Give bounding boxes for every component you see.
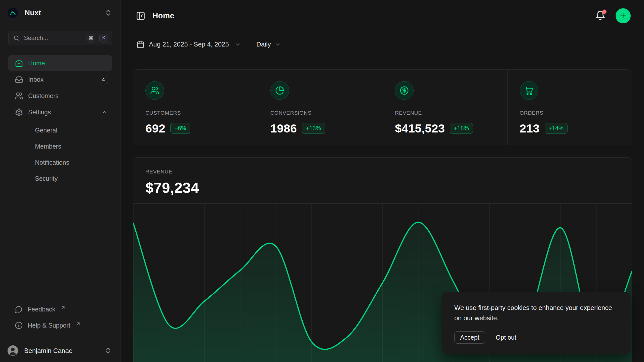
- stat-orders[interactable]: ORDERS 213 +14%: [507, 70, 632, 145]
- brand-name: Nuxt: [25, 9, 41, 17]
- stat-delta-badge: +6%: [170, 123, 190, 134]
- kbd-k: K: [99, 34, 108, 42]
- revenue-chart-total: $79,234: [145, 179, 620, 196]
- sidebar-collapse-icon[interactable]: [136, 11, 145, 21]
- cookie-message: We use first-party cookies to enhance yo…: [454, 303, 618, 323]
- accept-button[interactable]: Accept: [454, 331, 485, 344]
- granularity-label: Daily: [256, 40, 271, 48]
- date-range-label: Aug 21, 2025 - Sep 4, 2025: [149, 40, 229, 48]
- sidebar: Nuxt Search... ⌘ K Home: [0, 0, 121, 362]
- users-icon: [145, 81, 164, 100]
- stat-label: ORDERS: [520, 110, 622, 116]
- stat-label: REVENUE: [395, 110, 497, 116]
- shopping-cart-icon: [520, 81, 538, 100]
- sidebar-item-label: Customers: [28, 92, 108, 100]
- help-support-link[interactable]: Help & Support: [8, 318, 112, 333]
- team-switcher[interactable]: Nuxt: [0, 0, 120, 20]
- external-link-icon: [76, 321, 81, 326]
- sidebar-item-notifications[interactable]: Notifications: [17, 154, 103, 170]
- sidebar-item-settings[interactable]: Settings: [8, 104, 112, 120]
- revenue-chart-label: REVENUE: [145, 169, 620, 175]
- kbd-cmd: ⌘: [87, 34, 95, 42]
- chevron-up-icon: [101, 109, 108, 115]
- notifications-button[interactable]: [595, 10, 606, 22]
- stat-conversions[interactable]: CONVERSIONS 1986 +13%: [258, 70, 383, 145]
- sidebar-item-home[interactable]: Home: [8, 55, 112, 71]
- search-placeholder: Search...: [24, 34, 83, 41]
- stat-value: 1986: [270, 121, 297, 135]
- revenue-chart-header: REVENUE $79,234: [133, 158, 632, 196]
- stat-label: CONVERSIONS: [270, 110, 373, 116]
- sidebar-item-label: Home: [28, 60, 108, 67]
- stat-value: $415,523: [395, 121, 445, 135]
- search-icon: [13, 35, 20, 41]
- stat-delta-badge: +13%: [302, 123, 325, 134]
- gear-icon: [15, 108, 23, 116]
- sidebar-item-inbox[interactable]: Inbox 4: [8, 72, 112, 87]
- stat-value: 692: [145, 121, 165, 135]
- main-area: Home Aug 21, 2025 - Sep 4, 2025 Daily: [121, 0, 644, 362]
- avatar: [8, 345, 18, 356]
- filter-bar: Aug 21, 2025 - Sep 4, 2025 Daily: [121, 32, 644, 57]
- chevrons-up-down-icon: [104, 9, 112, 17]
- stat-customers[interactable]: CUSTOMERS 692 +6%: [133, 70, 258, 145]
- stats-row: CUSTOMERS 692 +6% CONVERSIONS 1986 +13%: [133, 69, 632, 145]
- plus-icon: [619, 12, 627, 20]
- stat-label: CUSTOMERS: [145, 110, 248, 116]
- page-header: Home: [121, 0, 644, 32]
- sidebar-item-members[interactable]: Members: [17, 138, 103, 154]
- user-name: Benjamin Canac: [24, 347, 98, 355]
- external-link-icon: [61, 305, 66, 310]
- cookie-banner: We use first-party cookies to enhance yo…: [442, 292, 630, 354]
- sidebar-item-general[interactable]: General: [17, 122, 103, 138]
- feedback-label: Feedback: [28, 306, 55, 313]
- circle-dollar-icon: [395, 81, 414, 100]
- info-circle-icon: [15, 322, 23, 329]
- date-range-picker[interactable]: Aug 21, 2025 - Sep 4, 2025: [137, 40, 241, 48]
- settings-subnav: General Members Notifications Security: [17, 122, 103, 187]
- stat-delta-badge: +18%: [450, 123, 473, 134]
- stat-delta-badge: +14%: [545, 123, 568, 134]
- notification-dot: [602, 10, 607, 14]
- opt-out-button[interactable]: Opt out: [496, 334, 516, 341]
- message-bubble-icon: [15, 305, 23, 313]
- nuxt-logo-icon: [8, 8, 18, 18]
- inbox-icon: [15, 75, 23, 84]
- chevron-down-icon: [274, 41, 281, 48]
- inbox-count-badge: 4: [99, 75, 108, 84]
- sidebar-item-label: Settings: [28, 109, 96, 116]
- users-icon: [15, 92, 23, 100]
- granularity-select[interactable]: Daily: [256, 40, 281, 48]
- user-menu[interactable]: Benjamin Canac: [0, 339, 120, 362]
- sidebar-item-security[interactable]: Security: [17, 170, 103, 187]
- help-support-label: Help & Support: [28, 322, 70, 329]
- pie-chart-icon: [270, 81, 289, 100]
- sidebar-item-label: Inbox: [28, 76, 94, 83]
- sidebar-nav: Home Inbox 4 Customers Settings: [8, 55, 112, 187]
- calendar-icon: [137, 40, 144, 48]
- sidebar-item-customers[interactable]: Customers: [8, 88, 112, 104]
- chevrons-up-down-icon: [104, 347, 112, 354]
- add-button[interactable]: [616, 8, 631, 23]
- stat-revenue[interactable]: REVENUE $415,523 +18%: [383, 70, 507, 145]
- search-input[interactable]: Search... ⌘ K: [8, 31, 112, 45]
- feedback-link[interactable]: Feedback: [8, 302, 112, 316]
- sidebar-footer: Feedback Help & Support: [8, 302, 112, 339]
- subnav-guide-line: [27, 124, 27, 184]
- chevron-down-icon: [234, 41, 241, 48]
- app-root: Nuxt Search... ⌘ K Home: [0, 0, 644, 362]
- home-icon: [15, 59, 23, 67]
- stat-value: 213: [520, 121, 540, 135]
- page-title: Home: [152, 11, 174, 20]
